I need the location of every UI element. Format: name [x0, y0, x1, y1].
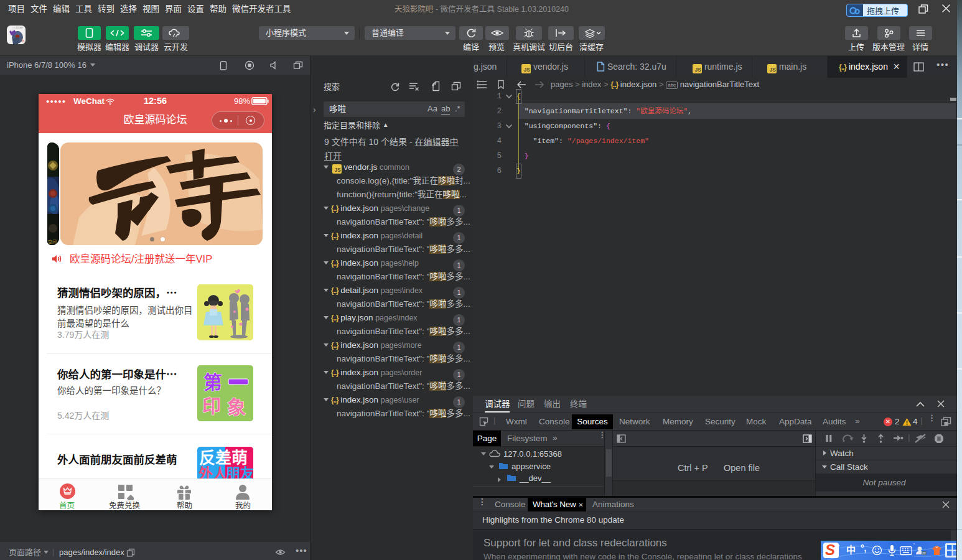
- svg-text:印: 印: [202, 396, 221, 416]
- svg-text:一人我饮酒醉: 一人我饮酒醉: [12, 26, 23, 29]
- svg-text:反差萌: 反差萌: [199, 449, 248, 467]
- svg-text:第: 第: [203, 372, 222, 393]
- svg-text:象: 象: [227, 397, 246, 418]
- svg-text:空间: 空间: [48, 239, 57, 245]
- svg-text:20: 20: [922, 551, 926, 555]
